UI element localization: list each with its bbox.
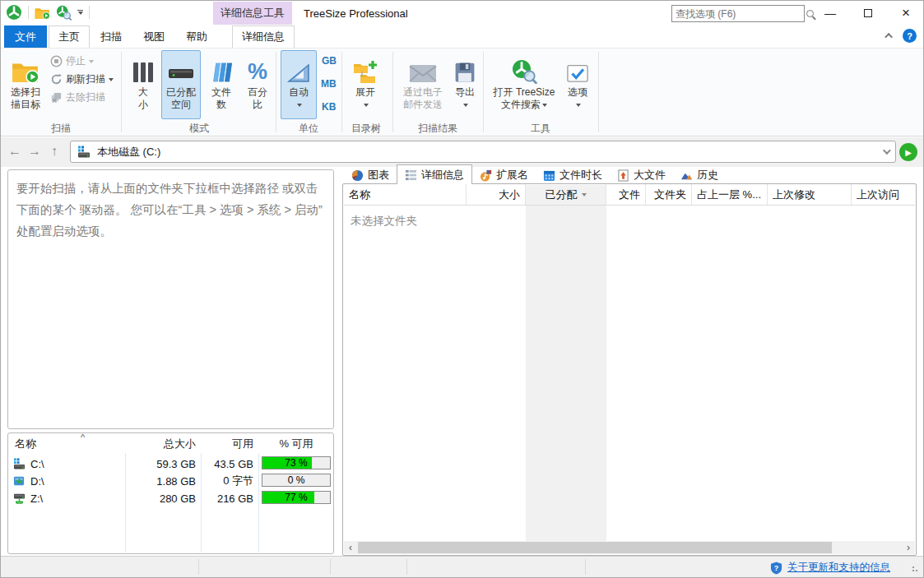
allocated-space-icon (167, 51, 195, 84)
stop-button[interactable]: 停止 (50, 53, 94, 69)
horizontal-scrollbar[interactable]: ‹ › (344, 541, 915, 554)
sort-asc-icon: ^ (81, 432, 85, 442)
group-label-results: 扫描结果 (394, 122, 481, 135)
unit-mb-button[interactable]: MB (321, 78, 337, 90)
tab-extensions-label: 扩展名 (496, 168, 528, 183)
update-support-link[interactable]: 关于更新和支持的信息 (787, 561, 890, 575)
start-scan-button[interactable]: ▶ (899, 143, 917, 161)
open-file-search-button[interactable]: 打开 TreeSize 文件搜索 (490, 50, 559, 119)
tab-scan[interactable]: 扫描 (90, 25, 132, 48)
resize-grip[interactable] (912, 566, 920, 574)
drive-col-free[interactable]: 可用 (206, 437, 253, 451)
file-count-button[interactable]: 文件数 (204, 50, 239, 119)
forward-button[interactable]: → (26, 141, 44, 161)
drive-total: 1.88 GB (132, 473, 196, 489)
tab-view[interactable]: 视图 (132, 25, 175, 48)
auto-unit-button[interactable]: 自动 (281, 50, 317, 119)
col-last-modified[interactable]: 上次修改 (768, 184, 852, 205)
refresh-scan-button[interactable]: 刷新扫描 (50, 72, 114, 87)
select-scan-target-button[interactable]: 选择扫描目标 (6, 50, 45, 119)
tab-home[interactable]: 主页 (49, 25, 90, 48)
up-button[interactable]: ↑ (45, 141, 63, 161)
col-folders[interactable]: 文件夹 (646, 184, 692, 205)
tab-chart[interactable]: 图表 (344, 166, 397, 184)
status-divider (330, 559, 331, 575)
scroll-left-arrow[interactable]: ‹ (344, 541, 357, 554)
ribbon: 选择扫描目标 停止 刷新扫描 去除扫描 扫描 大小 已分配空间 文 (1, 48, 923, 136)
close-button[interactable]: × (887, 1, 924, 25)
back-button[interactable]: ← (6, 141, 24, 161)
group-separator (483, 52, 484, 132)
tab-file[interactable]: 文件 (4, 25, 47, 48)
tab-details[interactable]: 详细信息 (232, 25, 295, 48)
options-label: 选项 (568, 86, 587, 111)
tab-extensions[interactable]: 扩展名 (472, 166, 536, 184)
path-combobox[interactable]: 本地磁盘 (C:) (70, 141, 896, 163)
col-size[interactable]: 大小 (467, 184, 526, 205)
percent-mode-button[interactable]: % 百分比 (241, 50, 274, 119)
drive-col-percent[interactable]: % 可用 (258, 437, 334, 451)
unit-kb-button[interactable]: KB (322, 101, 336, 113)
set-square-icon (286, 51, 311, 84)
col-last-accessed[interactable]: 上次访问 (852, 184, 917, 205)
size-mode-button[interactable]: 大小 (128, 50, 159, 119)
drive-free: 43.5 GB (189, 455, 253, 472)
scrollbar-thumb[interactable] (358, 542, 832, 553)
select-scan-target-label: 选择扫描目标 (9, 86, 42, 111)
combobox-dropdown-icon[interactable] (883, 146, 891, 155)
tab-file-age-label: 文件时长 (560, 168, 602, 183)
search-input[interactable] (672, 8, 806, 20)
drive-col-name[interactable]: 名称 (15, 437, 36, 451)
drive-free: 0 字节 (189, 473, 253, 489)
customize-quick-access-icon[interactable] (77, 10, 83, 15)
col-percent-of-parent[interactable]: 占上一层 %... (692, 184, 768, 205)
drive-name: C:\ (30, 458, 44, 470)
treesize-search-icon[interactable] (56, 5, 72, 21)
tab-history[interactable]: 历史 (673, 166, 726, 184)
scroll-left-glyph: ‹ (349, 542, 352, 553)
tab-top-files[interactable]: 大文件 (610, 166, 673, 184)
allocated-column-shade (526, 185, 606, 541)
column-divider (258, 453, 259, 553)
drive-total: 59.3 GB (132, 455, 196, 472)
minimize-button[interactable]: — (811, 1, 849, 25)
no-folder-selected-message: 未选择文件夹 (351, 214, 417, 229)
col-files[interactable]: 文件 (606, 184, 646, 205)
tab-details[interactable]: 详细信息 (397, 164, 472, 184)
allocated-space-button[interactable]: 已分配空间 (161, 50, 201, 119)
detail-tab-bar: 图表 详细信息 扩展名 文件时长 大文件 历史 (344, 165, 726, 184)
find-options-searchbox[interactable] (671, 5, 805, 22)
export-button[interactable]: 导出 (452, 50, 478, 119)
tab-file-age[interactable]: 文件时长 (536, 166, 610, 184)
help-icon[interactable]: ? (903, 29, 917, 43)
separator (28, 6, 29, 19)
treesize-logo-icon (6, 4, 22, 21)
forward-icon: → (28, 144, 41, 159)
expand-button[interactable]: 展开 (346, 50, 384, 119)
scroll-right-arrow[interactable]: › (902, 541, 915, 554)
scan-folder-icon[interactable] (35, 6, 50, 20)
options-button[interactable]: 选项 (562, 50, 593, 119)
remove-scan-button[interactable]: 去除扫描 (50, 90, 105, 105)
unit-gb-button[interactable]: GB (322, 55, 337, 67)
maximize-button[interactable] (849, 1, 887, 25)
quick-access-toolbar (6, 4, 90, 21)
drive-free: 216 GB (189, 490, 253, 506)
drive-col-total[interactable]: 总大小 (132, 437, 196, 451)
group-label-mode: 模式 (124, 122, 274, 135)
send-email-button[interactable]: 通过电子邮件发送 (397, 50, 448, 119)
open-file-search-label: 打开 TreeSize 文件搜索 (490, 86, 558, 111)
col-name[interactable]: 名称 (344, 184, 467, 205)
percent-mode-label: 百分比 (245, 86, 270, 111)
titlebar: 详细信息工具 TreeSize Professional — × (1, 1, 923, 25)
tab-details-label: 详细信息 (421, 168, 464, 183)
status-divider (198, 559, 199, 575)
update-info: ? 关于更新和支持的信息 (770, 561, 890, 575)
free-percent-label: 73 % (262, 457, 330, 469)
ribbon-tab-row: 文件 主页 扫描 视图 帮助 详细信息 (1, 25, 923, 48)
tab-chart-label: 图表 (368, 168, 389, 183)
col-allocated[interactable]: 已分配 (526, 184, 606, 205)
tab-help[interactable]: 帮助 (175, 25, 218, 48)
contextual-tab-header: 详细信息工具 (213, 2, 292, 25)
options-dropdown-caret (576, 104, 581, 107)
